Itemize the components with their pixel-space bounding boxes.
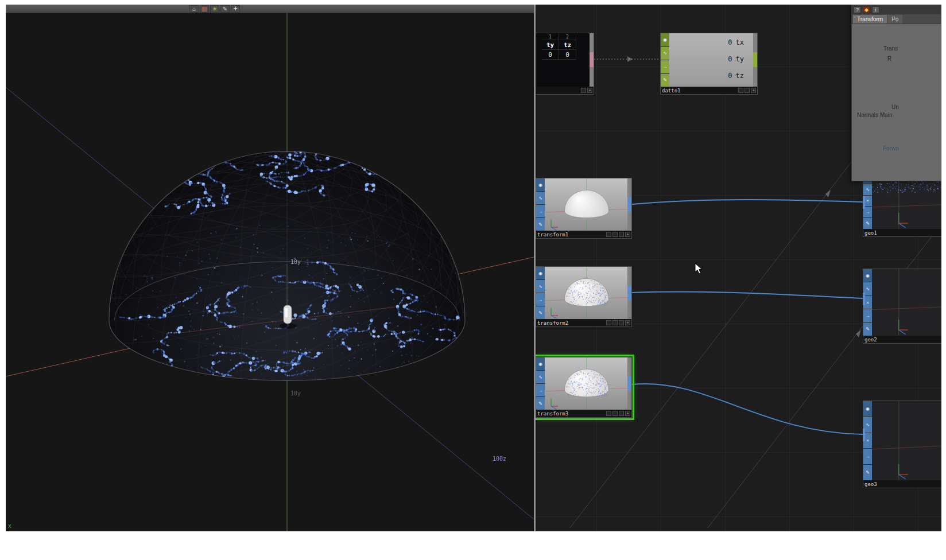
node-flag-box[interactable] [619, 232, 624, 237]
parameter-tabs: Transform Po [852, 14, 941, 24]
viewport-canvas[interactable] [6, 5, 534, 531]
transform2-node[interactable]: ◉ ∿ → ✎ transform2 + [536, 266, 632, 327]
geo-input-connector[interactable] [863, 429, 865, 441]
node-add-box[interactable]: + [625, 320, 630, 325]
lock-flag-icon[interactable]: ✎ [536, 306, 545, 319]
node-bottom-bar: + [536, 87, 594, 94]
bypass-flag-icon[interactable]: → [661, 60, 669, 73]
lock-flag-icon[interactable]: ✎ [536, 218, 545, 231]
tab-po[interactable]: Po [887, 15, 902, 24]
language-button[interactable]: ◆ [863, 6, 870, 13]
node-label: geo1 [864, 230, 941, 236]
node-flag-box[interactable] [612, 411, 618, 416]
geo1-node[interactable]: ◉ ∿ × → ✎ geo1 + [863, 172, 941, 237]
node-add-box[interactable]: + [625, 411, 630, 416]
bypass-flag-icon[interactable]: → [863, 309, 872, 322]
transform2-thumbnail-canvas [545, 267, 627, 319]
viewer-flag-icon[interactable]: ◉ [661, 33, 669, 46]
datto1-node[interactable]: ◉ ∿ → ✎ 0 tx 0 ty 0 tz [660, 33, 758, 95]
dat-col-header: 1 [542, 34, 559, 40]
help-button[interactable]: ? [854, 6, 861, 13]
lock-flag-icon[interactable]: ✎ [536, 397, 545, 410]
bypass-flag-icon[interactable]: → [536, 205, 545, 217]
app-window: ⌂ ▧ ☀ ✎ + 1 [6, 5, 941, 531]
network-editor-pane[interactable]: 1 2 ty tz 0 0 + [536, 5, 941, 531]
chop-channel-row: 0 ty [681, 55, 744, 63]
channel-value: 0 [728, 38, 732, 46]
wire-transform1-geo1[interactable] [632, 200, 863, 204]
node-flag-box[interactable] [619, 320, 624, 325]
sop-output-connector[interactable] [627, 286, 631, 301]
lock-flag-icon[interactable]: ✎ [661, 74, 669, 87]
export-flag-icon[interactable]: ∿ [536, 192, 545, 204]
wire-transform3-geo3[interactable] [632, 384, 863, 434]
bypass-flag-icon[interactable]: → [536, 293, 545, 306]
dat-cell: 0 [542, 50, 559, 60]
add-icon[interactable]: + [231, 5, 240, 13]
sop-output-connector[interactable] [627, 376, 631, 391]
export-flag-icon[interactable]: ∿ [863, 184, 872, 195]
viewer-flag-icon[interactable]: ◉ [536, 267, 545, 279]
node-label: datto1 [662, 88, 737, 94]
parameter-dialog[interactable]: ? ◆ i Transform Po Trans R Un Normals Ma… [851, 5, 941, 181]
light-icon[interactable]: ☀ [210, 5, 219, 13]
viewer-flag-icon[interactable]: ◉ [536, 357, 545, 370]
node-flag-box[interactable] [745, 88, 750, 93]
node-add-box[interactable]: + [625, 232, 630, 237]
node-flag-box[interactable] [606, 320, 611, 325]
node-label: transform1 [537, 232, 605, 238]
channel-name: tz [736, 72, 744, 80]
geo2-node[interactable]: ◉ ∿ × → ✎ geo2 + [863, 269, 941, 344]
node-flag-box[interactable] [612, 232, 618, 237]
home-icon[interactable]: ⌂ [189, 5, 199, 13]
node-flag-box[interactable] [619, 411, 624, 416]
lock-flag-icon[interactable]: ✎ [863, 323, 872, 336]
node-add-box[interactable]: + [751, 88, 756, 93]
sop-output-connector[interactable] [627, 197, 631, 212]
transform3-node[interactable]: ◉ ∿ → ✎ transform3 + [536, 357, 632, 418]
node-flag-box[interactable] [581, 88, 586, 93]
bypass-flag-icon[interactable]: → [536, 384, 545, 396]
node-flag-column: ◉ ∿ → ✎ [661, 33, 669, 87]
geo-input-connector[interactable] [863, 293, 865, 305]
tab-transform[interactable]: Transform [853, 15, 887, 24]
viewport-pane[interactable]: ⌂ ▧ ☀ ✎ + [6, 5, 534, 531]
viewport-toolbar-icons: ⌂ ▧ ☀ ✎ + [189, 5, 240, 13]
node-add-box[interactable]: + [587, 88, 592, 93]
dat-table-viewer: 1 2 ty tz 0 0 [536, 33, 590, 87]
draw-icon[interactable]: ✎ [220, 5, 230, 13]
transform3-thumbnail-canvas [545, 357, 627, 410]
export-flag-icon[interactable]: ∿ [661, 47, 669, 60]
link-arrowhead [825, 190, 831, 197]
transform1-node[interactable]: ◉ ∿ → ✎ transform1 + [536, 178, 632, 239]
param-label-rotate: R [887, 56, 891, 62]
node-flag-box[interactable] [606, 232, 611, 237]
node-thumbnail [545, 267, 627, 319]
export-flag-icon[interactable]: ∿ [536, 371, 545, 383]
geo-input-connector[interactable] [863, 196, 865, 209]
node-label: transform3 [537, 411, 605, 417]
table-dat-node[interactable]: 1 2 ty tz 0 0 + [536, 33, 594, 95]
node-label: transform2 [537, 320, 605, 326]
dat-output-connector[interactable] [590, 52, 594, 67]
export-flag-icon[interactable]: ∿ [536, 280, 545, 293]
geo3-node[interactable]: ◉ ∿ × → ✎ geo3 + [863, 400, 941, 488]
node-flag-box[interactable] [606, 411, 611, 416]
lock-flag-icon[interactable]: ✎ [863, 465, 872, 480]
dat-cell: tz [559, 40, 576, 50]
node-thumbnail [872, 269, 941, 336]
node-flag-box[interactable] [612, 320, 618, 325]
node-flag-column: ◉ ∿ → ✎ [536, 267, 545, 319]
node-label: geo3 [864, 481, 941, 487]
chop-output-connector[interactable] [753, 52, 757, 67]
bypass-flag-icon[interactable]: → [863, 449, 872, 464]
lock-flag-icon[interactable]: ✎ [863, 218, 872, 229]
node-flag-box[interactable] [738, 88, 743, 93]
viewer-flag-icon[interactable]: ◉ [863, 401, 872, 417]
info-button[interactable]: i [872, 6, 879, 13]
wire-arrowhead [627, 56, 633, 62]
viewer-flag-icon[interactable]: ◉ [863, 269, 872, 282]
viewer-flag-icon[interactable]: ◉ [536, 178, 545, 191]
camera-icon[interactable]: ▧ [200, 5, 209, 13]
node-bottom-bar: geo2 + [863, 336, 941, 343]
